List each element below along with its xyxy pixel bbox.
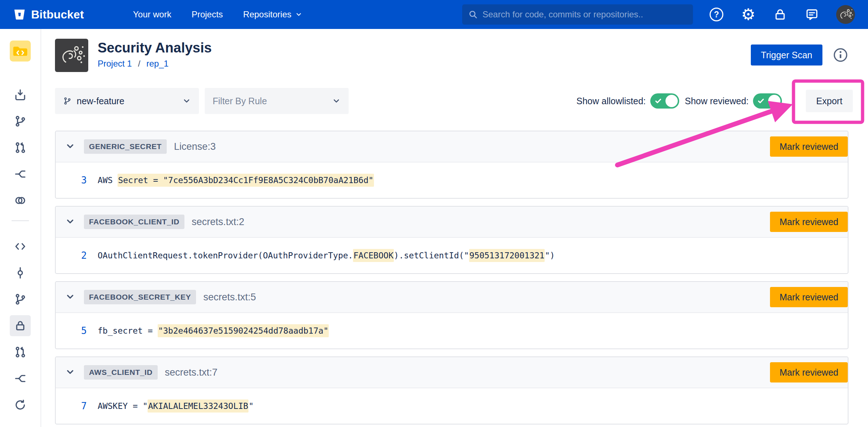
bitbucket-logo-icon (13, 8, 26, 21)
code-text: ") (545, 251, 555, 260)
code-text: OAuthClientRequest.tokenProvider(OAuthPr… (98, 251, 353, 260)
mark-reviewed-button[interactable]: Mark reviewed (770, 136, 848, 157)
nav-repositories[interactable]: Repositories (243, 9, 302, 20)
nav-projects[interactable]: Projects (192, 9, 223, 20)
code-text: AWS (98, 176, 118, 185)
pull-request-icon (14, 346, 27, 359)
sidebar-item-source[interactable] (10, 236, 31, 257)
sidebar-item-clone[interactable] (10, 84, 31, 105)
finding-code-row: 3 AWS Secret = "7ce556A3bD234Cc1Ff9E8A5C… (56, 162, 848, 198)
sidebar-item-pipelines[interactable] (10, 164, 31, 185)
settings-button[interactable]: ⚙ (741, 7, 756, 22)
branch-icon (63, 97, 72, 105)
branch-icon (14, 293, 27, 306)
finding-code: fb_secret = "3b2e464637e5159024254dd78aa… (98, 326, 329, 335)
code-text: ).setClientId(" (394, 251, 469, 260)
breadcrumb-repo-link[interactable]: rep_1 (146, 59, 169, 68)
sidebar-item-sync[interactable] (10, 394, 31, 415)
sidebar-item-pull-requests[interactable] (10, 137, 31, 158)
finding-line-number: 2 (76, 250, 87, 261)
finding-card: GENERIC_SECRET License:3 Mark reviewed 3… (55, 131, 848, 199)
collapse-chevron-icon[interactable] (65, 216, 76, 227)
search-input[interactable] (482, 9, 687, 20)
finding-badge: FACEBOOK_SECRET_KEY (84, 290, 196, 304)
user-avatar[interactable] (836, 5, 855, 24)
breadcrumb-project-link[interactable]: Project 1 (98, 59, 132, 68)
mark-reviewed-button[interactable]: Mark reviewed (770, 212, 848, 232)
repo-header-avatar (55, 39, 88, 72)
top-nav: Bitbucket Your work Projects Repositorie… (0, 0, 868, 29)
finding-location: secrets.txt:5 (203, 292, 256, 303)
finding-location: License:3 (174, 141, 216, 152)
sync-icon (14, 398, 27, 411)
secret-highlight: "3b2e464637e5159024254dd78aadb17a" (158, 324, 329, 337)
sidebar-divider (12, 220, 29, 221)
finding-card: FACEBOOK_SECRET_KEY secrets.txt:5 Mark r… (55, 281, 848, 349)
finding-badge: GENERIC_SECRET (84, 139, 167, 154)
deployments-icon (14, 194, 27, 207)
finding-code: AWSKEY = "AKIALALEMEL33243OLIB" (98, 401, 254, 411)
mark-reviewed-button[interactable]: Mark reviewed (770, 362, 848, 382)
rule-filter-dropdown[interactable]: Filter By Rule (205, 88, 349, 114)
finding-card: AWS_CLIENT_ID secrets.txt:7 Mark reviewe… (55, 356, 848, 424)
branch-dropdown-value: new-feature (77, 96, 124, 106)
code-text: fb_secret = (98, 326, 158, 335)
checkout-icon (14, 88, 27, 101)
collapse-chevron-icon[interactable] (65, 367, 76, 378)
sidebar-item-security[interactable] (10, 315, 31, 336)
finding-badge: AWS_CLIENT_ID (84, 365, 158, 380)
finding-header: FACEBOOK_CLIENT_ID secrets.txt:2 Mark re… (56, 207, 848, 238)
show-allowlisted-toggle[interactable] (650, 93, 679, 109)
main-content: Security Analysis Project 1 / rep_1 Trig… (41, 29, 868, 427)
brand-name: Bitbucket (31, 8, 84, 21)
source-code-icon (14, 240, 27, 253)
export-button[interactable]: Export (806, 90, 853, 112)
finding-code-row: 5 fb_secret = "3b2e464637e5159024254dd78… (56, 313, 848, 348)
secret-highlight: Secret = "7ce556A3bD234Cc1Ff9E8A5C324C0b… (118, 174, 374, 187)
show-reviewed-label: Show reviewed: (685, 96, 749, 106)
show-reviewed-toggle[interactable] (753, 93, 782, 109)
left-sidebar (0, 29, 41, 427)
mark-reviewed-button[interactable]: Mark reviewed (770, 287, 848, 307)
security-lock-icon (14, 319, 27, 332)
sidebar-item-pipelines-2[interactable] (10, 368, 31, 389)
rule-dropdown-placeholder: Filter By Rule (213, 96, 267, 106)
secret-highlight: FACEBOOK (353, 249, 394, 262)
branch-dropdown[interactable]: new-feature (55, 88, 199, 114)
search-icon (468, 9, 478, 20)
sidebar-item-branches[interactable] (10, 111, 31, 132)
collapse-chevron-icon[interactable] (65, 141, 76, 152)
code-text: " (248, 401, 254, 411)
sidebar-item-branches-2[interactable] (10, 289, 31, 310)
help-button[interactable]: ? (709, 7, 724, 22)
security-button[interactable] (773, 7, 788, 22)
bitbucket-brand[interactable]: Bitbucket (13, 8, 84, 21)
sidebar-item-deployments[interactable] (10, 190, 31, 211)
help-icon: ? (710, 8, 723, 21)
trigger-scan-button[interactable]: Trigger Scan (751, 45, 822, 65)
finding-code: AWS Secret = "7ce556A3bD234Cc1Ff9E8A5C32… (98, 176, 374, 185)
gear-icon: ⚙ (741, 7, 755, 22)
code-text: AWSKEY = " (98, 401, 148, 411)
feedback-icon (805, 8, 819, 21)
nav-icon-cluster: ? ⚙ (709, 5, 855, 24)
global-search[interactable] (462, 4, 693, 25)
sidebar-item-pull-requests-2[interactable] (10, 342, 31, 363)
finding-line-number: 3 (76, 175, 87, 186)
finding-code-row: 2 OAuthClientRequest.tokenProvider(OAuth… (56, 238, 848, 273)
finding-location: secrets.txt:2 (192, 216, 244, 228)
nav-your-work[interactable]: Your work (133, 9, 171, 20)
page-title: Security Analysis (98, 40, 212, 56)
feedback-button[interactable] (804, 7, 820, 22)
info-button[interactable] (833, 47, 848, 63)
check-icon (654, 97, 662, 105)
branch-icon (14, 115, 27, 128)
lock-icon (773, 8, 787, 21)
filter-row: new-feature Filter By Rule Show allowlis… (55, 88, 848, 114)
sidebar-item-commits[interactable] (10, 262, 31, 283)
title-block: Security Analysis Project 1 / rep_1 (98, 39, 212, 72)
sidebar-repo-avatar[interactable] (10, 41, 31, 62)
finding-code-row: 7 AWSKEY = "AKIALALEMEL33243OLIB" (56, 388, 848, 424)
show-allowlisted-label: Show allowlisted: (576, 96, 646, 106)
collapse-chevron-icon[interactable] (65, 292, 76, 303)
